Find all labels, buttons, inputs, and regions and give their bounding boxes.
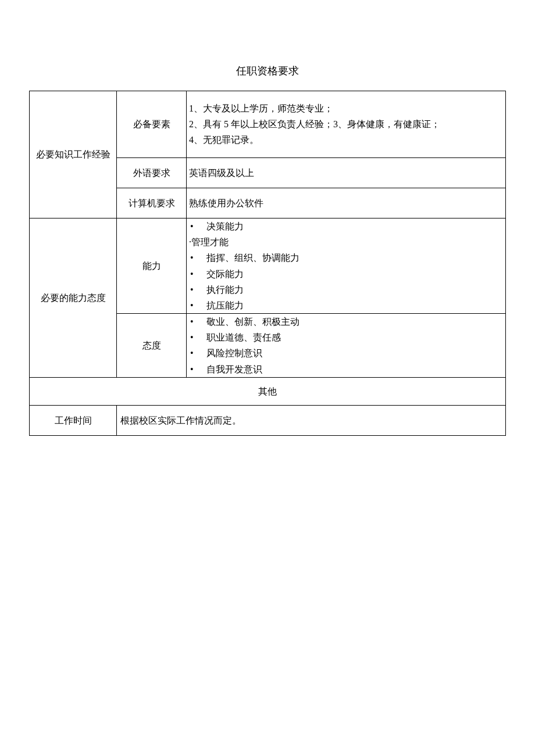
value-computer: 熟练使用办公软件 [187,188,506,218]
label-language: 外语要求 [117,157,187,188]
essential-line: 2、具有 5 年以上校区负责人经验；3、身体健康，有健康证； [189,116,503,132]
value-attitude: 敬业、创新、积极主动 职业道德、责任感 风险控制意识 自我开发意识 [187,314,506,378]
row-worktime: 工作时间 根据校区实际工作情况而定。 [30,406,506,436]
qualification-table: 必要知识工作经验 必备要素 1、大专及以上学历，师范类专业； 2、具有 5 年以… [29,91,506,436]
ability-item: 抗压能力 [189,298,503,313]
row-essential: 必要知识工作经验 必备要素 1、大专及以上学历，师范类专业； 2、具有 5 年以… [30,91,506,158]
ability-item: 交际能力 [189,266,503,282]
page-title: 任职资格要求 [29,64,506,78]
row-ability: 必要的能力态度 能力 决策能力 ·管理才能 指挥、组织、协调能力 交际能力 执行… [30,218,506,313]
value-essential: 1、大专及以上学历，师范类专业； 2、具有 5 年以上校区负责人经验；3、身体健… [187,91,506,158]
attitude-item: 风险控制意识 [189,345,503,361]
attitude-item: 职业道德、责任感 [189,329,503,345]
label-ability: 能力 [117,218,187,313]
header-other: 其他 [30,377,506,405]
value-worktime: 根据校区实际工作情况而定。 [117,406,506,436]
value-language: 英语四级及以上 [187,157,506,188]
label-worktime: 工作时间 [30,406,117,436]
essential-line: 4、无犯罪记录。 [189,132,503,148]
row-other-header: 其他 [30,377,506,405]
header-ability-attitude: 必要的能力态度 [30,218,117,377]
header-knowledge: 必要知识工作经验 [30,91,117,218]
value-ability: 决策能力 ·管理才能 指挥、组织、协调能力 交际能力 执行能力 抗压能力 [187,218,506,313]
essential-line: 1、大专及以上学历，师范类专业； [189,101,503,116]
label-computer: 计算机要求 [117,188,187,218]
ability-item: 决策能力 [189,218,503,234]
ability-item: 执行能力 [189,282,503,298]
attitude-item: 敬业、创新、积极主动 [189,314,503,329]
attitude-item: 自我开发意识 [189,361,503,377]
label-essential: 必备要素 [117,91,187,158]
ability-group-intro: ·管理才能 [189,234,503,250]
ability-item: 指挥、组织、协调能力 [189,250,503,266]
label-attitude: 态度 [117,314,187,378]
